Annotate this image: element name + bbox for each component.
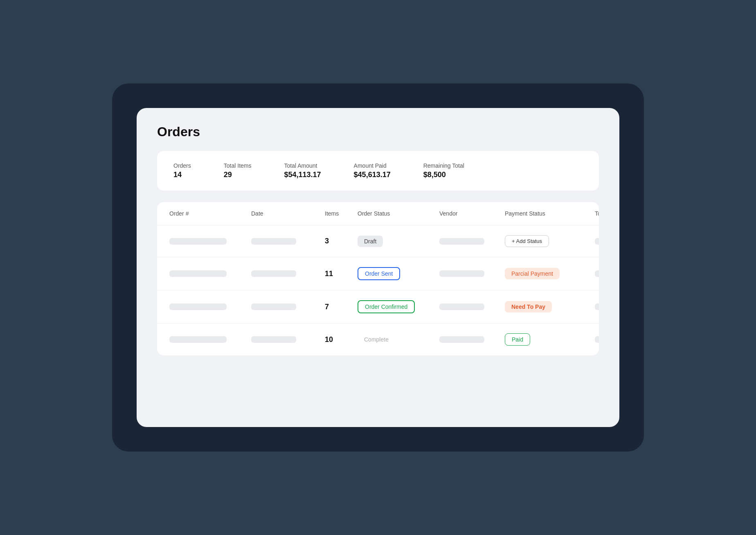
summary-remaining: Remaining Total $8,500 (423, 162, 464, 179)
order-num-cell (169, 336, 251, 343)
payment-status-cell: Parcial Payment (505, 268, 595, 279)
page-title: Orders (157, 124, 599, 139)
col-total: Total (595, 210, 599, 217)
order-num-cell (169, 303, 251, 310)
add-status-badge[interactable]: + Add Status (505, 235, 549, 247)
order-status-cell: Order Confirmed (358, 300, 439, 313)
draft-badge[interactable]: Draft (358, 236, 383, 247)
date-cell (251, 238, 325, 245)
table-row: 10 Complete Paid (157, 324, 599, 355)
order-status-cell: Complete (358, 334, 439, 345)
need-to-pay-badge[interactable]: Need To Pay (505, 301, 552, 312)
table-header: Order # Date Items Order Status Vendor P… (157, 202, 599, 225)
summary-amount-paid: Amount Paid $45,613.17 (354, 162, 391, 179)
total-items-label: Total Items (224, 162, 252, 169)
items-cell: 3 (325, 237, 358, 245)
col-payment-status: Payment Status (505, 210, 595, 217)
total-cell (595, 336, 599, 343)
order-status-cell: Draft (358, 236, 439, 247)
remaining-value: $8,500 (423, 171, 464, 179)
table-row: 7 Order Confirmed Need To Pay (157, 290, 599, 324)
total-items-value: 29 (224, 171, 252, 179)
paid-badge[interactable]: Paid (505, 333, 530, 346)
date-cell (251, 336, 325, 343)
vendor-cell (439, 238, 505, 245)
items-cell: 10 (325, 335, 358, 344)
remaining-label: Remaining Total (423, 162, 464, 169)
amount-paid-value: $45,613.17 (354, 171, 391, 179)
orders-value: 14 (173, 171, 191, 179)
app-container: Orders Orders 14 Total Items 29 Total Am… (137, 108, 619, 427)
payment-status-cell: Need To Pay (505, 301, 595, 312)
col-order-num: Order # (169, 210, 251, 217)
col-vendor: Vendor (439, 210, 505, 217)
order-confirmed-badge[interactable]: Order Confirmed (358, 300, 415, 313)
total-amount-label: Total Amount (284, 162, 321, 169)
total-cell (595, 303, 599, 310)
summary-orders: Orders 14 (173, 162, 191, 179)
partial-payment-badge[interactable]: Parcial Payment (505, 268, 560, 279)
summary-total-items: Total Items 29 (224, 162, 252, 179)
order-status-cell: Order Sent (358, 267, 439, 280)
col-date: Date (251, 210, 325, 217)
items-cell: 7 (325, 303, 358, 311)
date-cell (251, 303, 325, 310)
table-row: 11 Order Sent Parcial Payment (157, 257, 599, 290)
col-order-status: Order Status (358, 210, 439, 217)
vendor-cell (439, 336, 505, 343)
vendor-cell (439, 270, 505, 277)
summary-total-amount: Total Amount $54,113.17 (284, 162, 321, 179)
items-cell: 11 (325, 270, 358, 278)
table-row: 3 Draft + Add Status (157, 225, 599, 257)
summary-card: Orders 14 Total Items 29 Total Amount $5… (157, 151, 599, 191)
complete-badge[interactable]: Complete (358, 334, 395, 345)
orders-label: Orders (173, 162, 191, 169)
order-num-cell (169, 238, 251, 245)
vendor-cell (439, 303, 505, 310)
date-cell (251, 270, 325, 277)
total-amount-value: $54,113.17 (284, 171, 321, 179)
col-items: Items (325, 210, 358, 217)
total-cell (595, 238, 599, 245)
device-frame: Orders Orders 14 Total Items 29 Total Am… (112, 83, 644, 452)
orders-table: Order # Date Items Order Status Vendor P… (157, 202, 599, 355)
payment-status-cell: + Add Status (505, 235, 595, 247)
total-cell (595, 270, 599, 277)
order-sent-badge[interactable]: Order Sent (358, 267, 400, 280)
payment-status-cell: Paid (505, 333, 595, 346)
order-num-cell (169, 270, 251, 277)
amount-paid-label: Amount Paid (354, 162, 391, 169)
